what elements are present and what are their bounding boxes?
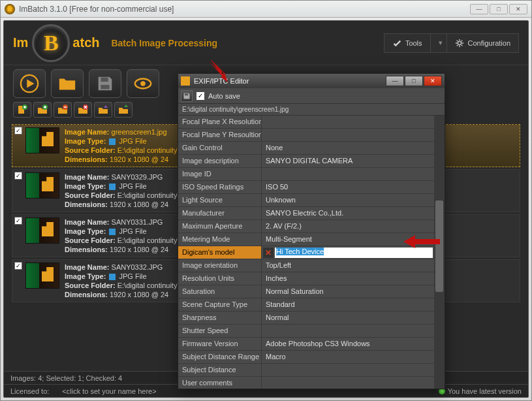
grid-scrollbar[interactable] bbox=[434, 116, 445, 389]
dialog-icon bbox=[181, 76, 190, 86]
item-checkbox[interactable]: ✓ bbox=[14, 262, 22, 270]
exif-row[interactable]: Metering ModeMulti-Segment bbox=[178, 233, 434, 246]
exif-key: Firmware Version bbox=[178, 338, 262, 350]
item-thumbnail bbox=[25, 172, 59, 199]
status-text: Images: 4; Selected: 1; Checked: 4 bbox=[10, 374, 122, 382]
remove-button[interactable] bbox=[54, 102, 72, 118]
dialog-toolbar: ✓ Auto save bbox=[178, 88, 445, 104]
exif-value[interactable]: Standard bbox=[262, 298, 434, 311]
exif-value[interactable]: SANYO DIGITAL CAMERA bbox=[262, 155, 434, 167]
dialog-save-button[interactable] bbox=[181, 90, 193, 102]
configuration-button[interactable]: Configuration bbox=[447, 33, 519, 53]
exif-row[interactable]: Firmware VersionAdobe Photoshop CS3 Wind… bbox=[178, 338, 434, 351]
add-folder-button[interactable] bbox=[33, 102, 52, 118]
file-plus-icon bbox=[16, 104, 28, 115]
clear-button[interactable] bbox=[74, 102, 92, 118]
exif-value[interactable]: SANYO Electric Co.,Ltd. bbox=[262, 207, 434, 219]
exif-row[interactable]: User comments bbox=[178, 377, 434, 389]
exif-key: Gain Control bbox=[178, 142, 262, 154]
exif-value[interactable] bbox=[262, 168, 434, 180]
item-checkbox[interactable]: ✓ bbox=[14, 217, 22, 225]
exif-value[interactable]: Macro bbox=[262, 351, 434, 363]
exif-row[interactable]: ManufacturerSANYO Electric Co.,Ltd. bbox=[178, 207, 434, 220]
app-icon: B bbox=[5, 4, 15, 14]
item-thumbnail bbox=[25, 263, 59, 289]
exif-row[interactable]: Light SourceUnknown bbox=[178, 194, 434, 207]
exif-value-input[interactable]: Hi Tech Device bbox=[275, 248, 433, 258]
dialog-minimize-button[interactable]: — bbox=[386, 76, 404, 86]
exif-row[interactable]: Subject Distance RangeMacro bbox=[178, 351, 434, 364]
svg-rect-2 bbox=[101, 78, 108, 82]
exif-row[interactable]: Maximum Aperture2. AV (F/2.) bbox=[178, 220, 434, 233]
minimize-button[interactable]: — bbox=[470, 4, 488, 14]
autosave-checkbox[interactable]: ✓ bbox=[196, 92, 204, 100]
titlebar[interactable]: B ImBatch 3.1.0 [Free for non-commercial… bbox=[1, 1, 531, 18]
dialog-titlebar[interactable]: EXIF/IPTC Editor — □ ✕ bbox=[178, 74, 445, 88]
close-button[interactable]: ✕ bbox=[509, 4, 527, 14]
item-thumbnail bbox=[25, 127, 59, 153]
tools-dropdown-button[interactable]: ▾ bbox=[431, 33, 447, 53]
exif-row[interactable]: Image ID bbox=[178, 168, 434, 181]
dialog-close-button[interactable]: ✕ bbox=[424, 76, 442, 86]
item-metadata: Image Name: greenscreen1.jpgImage Type: … bbox=[65, 127, 179, 164]
exif-key: Digicam's model bbox=[178, 246, 262, 259]
app-window: B ImBatch 3.1.0 [Free for non-commercial… bbox=[0, 0, 532, 401]
brand-atch: atch bbox=[72, 35, 99, 50]
exif-row[interactable]: SaturationNormal Saturation bbox=[178, 285, 434, 298]
window-title: ImBatch 3.1.0 [Free for non-commercial u… bbox=[19, 5, 470, 14]
exif-value[interactable]: None bbox=[262, 142, 434, 154]
exif-value[interactable]: 2. AV (F/2.) bbox=[262, 220, 434, 233]
tools-button[interactable]: Tools bbox=[384, 33, 431, 53]
move-up-button[interactable] bbox=[94, 102, 112, 118]
exif-value[interactable]: Inches bbox=[262, 272, 434, 285]
exif-row[interactable]: ISO Speed RatingsISO 50 bbox=[178, 181, 434, 194]
exif-key: Focal Plane Y Resoultion bbox=[178, 129, 262, 141]
exif-value[interactable] bbox=[262, 364, 434, 376]
exif-row[interactable]: Digicam's model✕Hi Tech Device bbox=[178, 246, 434, 259]
open-folder-button[interactable] bbox=[51, 69, 84, 98]
save-button[interactable] bbox=[89, 69, 121, 98]
scrollbar-thumb[interactable] bbox=[435, 200, 443, 292]
exif-key: Image ID bbox=[178, 168, 262, 180]
exif-row[interactable]: Focal Plane Y Resoultion bbox=[178, 129, 434, 142]
folder-icon bbox=[57, 74, 77, 93]
exif-row[interactable]: SharpnessNormal bbox=[178, 312, 434, 325]
item-checkbox[interactable]: ✓ bbox=[14, 172, 22, 180]
item-checkbox[interactable]: ✓ bbox=[14, 127, 22, 135]
exif-value[interactable]: ISO 50 bbox=[262, 181, 434, 193]
exif-row[interactable]: Resolution UnitsInches bbox=[178, 272, 434, 285]
preview-button[interactable] bbox=[127, 69, 159, 98]
filetype-icon bbox=[109, 229, 116, 235]
exif-value[interactable] bbox=[262, 377, 434, 389]
exif-value[interactable]: Multi-Segment bbox=[262, 233, 434, 246]
exif-row[interactable]: Image descriptionSANYO DIGITAL CAMERA bbox=[178, 155, 434, 168]
exif-value[interactable]: Adobe Photoshop CS3 Windows bbox=[262, 338, 434, 350]
exif-value[interactable]: Top/Left bbox=[262, 259, 434, 272]
autosave-label: Auto save bbox=[208, 92, 240, 100]
exif-row[interactable]: Scene Capture TypeStandard bbox=[178, 298, 434, 312]
license-name-field[interactable]: <click to set your name here> bbox=[62, 387, 156, 395]
delete-value-button[interactable]: ✕ bbox=[263, 248, 274, 258]
add-file-button[interactable] bbox=[13, 102, 31, 118]
exif-row[interactable]: Shutter Speed bbox=[178, 325, 434, 338]
exif-value[interactable] bbox=[262, 116, 434, 128]
move-down-button[interactable] bbox=[114, 102, 133, 118]
item-metadata: Image Name: SANY0329.JPGImage Type: JPG … bbox=[65, 172, 179, 209]
exif-value[interactable]: Normal bbox=[262, 312, 434, 324]
exif-row[interactable]: Subject Distance bbox=[178, 364, 434, 377]
brand-logo: B bbox=[32, 24, 70, 62]
exif-value[interactable]: Normal Saturation bbox=[262, 285, 434, 298]
exif-value[interactable] bbox=[262, 325, 434, 337]
exif-editor-dialog: EXIF/IPTC Editor — □ ✕ ✓ Auto save E:\di… bbox=[178, 73, 445, 389]
filetype-icon bbox=[109, 138, 116, 145]
maximize-button[interactable]: □ bbox=[490, 4, 508, 14]
floppy-icon bbox=[183, 92, 191, 100]
exif-row[interactable]: Image orientationTop/Left bbox=[178, 259, 434, 272]
exif-row[interactable]: Focal Plane X Resolution bbox=[178, 116, 434, 129]
run-button[interactable] bbox=[13, 69, 46, 98]
exif-value[interactable]: Unknown bbox=[262, 194, 434, 206]
exif-value[interactable] bbox=[262, 129, 434, 141]
exif-grid: Focal Plane X ResolutionFocal Plane Y Re… bbox=[178, 116, 445, 389]
exif-row[interactable]: Gain ControlNone bbox=[178, 142, 434, 155]
dialog-maximize-button[interactable]: □ bbox=[405, 76, 423, 86]
